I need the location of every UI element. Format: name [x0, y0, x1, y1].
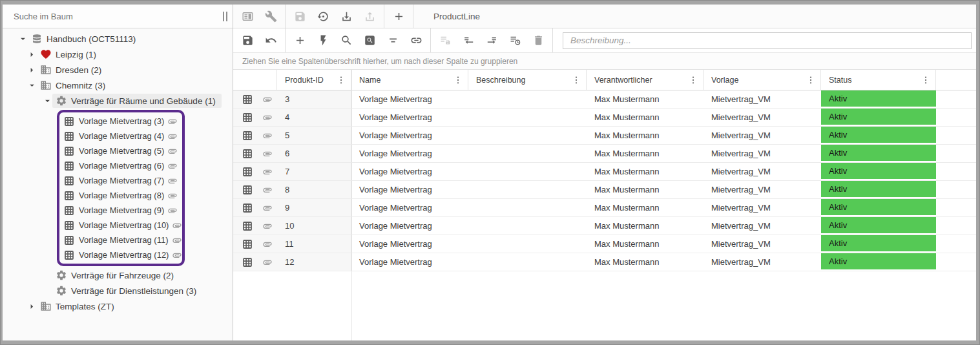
pane-splitter-handle[interactable]	[223, 12, 227, 21]
tree-item-vorlage[interactable]: Vorlage Mietvertrag (4)	[59, 129, 182, 143]
table-grid-icon	[63, 205, 75, 216]
attachment-icon[interactable]	[262, 257, 273, 267]
table-grid-icon[interactable]	[242, 148, 253, 160]
status-badge: Aktiv	[821, 145, 936, 162]
tree-item-vorlage[interactable]: Vorlage Mietvertrag (11)	[59, 233, 182, 247]
indent-icon[interactable]	[480, 31, 503, 50]
tree-item-vorlage[interactable]: Vorlage Mietvertrag (12)	[59, 247, 182, 262]
download-icon[interactable]	[335, 6, 358, 26]
table-row[interactable]: 9 Vorlage Mietvertrag Max Mustermann Mie…	[233, 199, 976, 217]
list-history-icon[interactable]	[503, 31, 526, 50]
table-grid-icon[interactable]	[242, 256, 253, 268]
table-grid-icon[interactable]	[242, 112, 253, 123]
tree-item[interactable]: Dresden (2)	[3, 62, 233, 78]
flash-icon[interactable]	[311, 31, 335, 50]
undo-icon[interactable]	[259, 31, 282, 50]
column-menu-icon[interactable]	[453, 75, 463, 85]
table-row[interactable]: 3 Vorlage Mietvertrag Max Mustermann Mie…	[233, 90, 976, 109]
tree-item-vorlage[interactable]: Vorlage Mietvertrag (6)	[59, 158, 182, 173]
filter-icon[interactable]	[381, 31, 404, 50]
column-header[interactable]: Produkt-ID	[277, 70, 351, 90]
tree-item-vorlage[interactable]: Vorlage Mietvertrag (5)	[59, 143, 182, 158]
grid-toolbar	[233, 28, 976, 53]
tree-item-vorlage[interactable]: Vorlage Mietvertrag (3)	[59, 114, 182, 129]
table-grid-icon[interactable]	[242, 166, 253, 178]
link-icon[interactable]	[404, 31, 428, 50]
tree-item[interactable]: Verträge für Räume und Gebäude (1)	[3, 93, 233, 109]
caret-down-icon[interactable]	[43, 96, 52, 106]
tree-item-vorlage[interactable]: Vorlage Mietvertrag (8)	[59, 188, 182, 203]
attachment-icon[interactable]	[262, 149, 273, 159]
table-row[interactable]: 6 Vorlage Mietvertrag Max Mustermann Mie…	[233, 145, 976, 163]
plus-icon[interactable]	[387, 6, 410, 26]
cell-produkt-id: 10	[277, 217, 351, 235]
table-row[interactable]: 4 Vorlage Mietvertrag Max Mustermann Mie…	[233, 109, 976, 127]
tree-item[interactable]: Verträge für Dienstleistungen (3)	[3, 283, 233, 298]
column-header[interactable]: Verantwortlicher	[587, 70, 704, 90]
tree-item[interactable]: Verträge für Fahrzeuge (2)	[3, 267, 233, 283]
plus-icon[interactable]	[288, 31, 311, 50]
caret-right-icon[interactable]	[27, 50, 37, 59]
table-row[interactable]: 5 Vorlage Mietvertrag Max Mustermann Mie…	[233, 127, 976, 145]
tree-item-vorlage[interactable]: Vorlage Mietvertrag (9)	[59, 203, 182, 218]
attachment-icon[interactable]	[262, 203, 273, 213]
tab-productline[interactable]: ProductLine	[422, 5, 492, 28]
tree-caret[interactable]	[43, 271, 52, 280]
table-grid-icon[interactable]	[242, 202, 253, 214]
search-icon[interactable]	[335, 31, 358, 50]
caret-right-icon[interactable]	[27, 302, 37, 311]
tree-lower-items: Verträge für Fahrzeuge (2) Verträge für …	[3, 267, 233, 314]
cell-beschreibung	[468, 90, 587, 108]
search-box-icon[interactable]	[358, 31, 381, 50]
tree-item[interactable]: Templates (ZT)	[3, 298, 233, 314]
tree-item[interactable]: Leipzig (1)	[3, 47, 233, 62]
table-row[interactable]: 8 Vorlage Mietvertrag Max Mustermann Mie…	[233, 181, 976, 199]
column-menu-icon[interactable]	[688, 75, 698, 85]
column-menu-icon[interactable]	[806, 75, 816, 85]
tree-search-input[interactable]	[3, 12, 233, 21]
tree-item-vorlage[interactable]: Vorlage Mietvertrag (10)	[59, 218, 182, 233]
column-header[interactable]: Status	[821, 70, 936, 90]
attachment-icon[interactable]	[262, 94, 273, 105]
caret-down-icon[interactable]	[18, 34, 28, 44]
attachment-icon[interactable]	[262, 131, 273, 141]
trash-icon[interactable]	[526, 31, 550, 50]
attachment-icon[interactable]	[262, 239, 273, 249]
table-grid-icon[interactable]	[242, 220, 253, 232]
table-row[interactable]: 7 Vorlage Mietvertrag Max Mustermann Mie…	[233, 163, 976, 181]
group-by-bar[interactable]: Ziehen Sie eine Spaltenüberschrift hierh…	[233, 53, 976, 70]
cell-beschreibung	[468, 145, 587, 162]
table-row[interactable]: 12 Vorlage Mietvertrag Max Mustermann Mi…	[233, 253, 976, 271]
column-menu-icon[interactable]	[921, 75, 931, 85]
caret-down-icon[interactable]	[27, 81, 37, 90]
table-grid-icon[interactable]	[242, 238, 253, 250]
tree-item[interactable]: Handbuch (OCT51113)	[3, 31, 233, 47]
attachment-icon[interactable]	[262, 167, 273, 177]
tree-item-vorlage[interactable]: Vorlage Mietvertrag (7)	[59, 173, 182, 188]
master-detail-icon[interactable]	[236, 6, 259, 26]
save-icon[interactable]	[236, 31, 259, 50]
column-menu-icon[interactable]	[571, 75, 581, 85]
attachment-icon[interactable]	[262, 221, 273, 231]
column-header[interactable]: Beschreibung	[468, 70, 587, 90]
column-header[interactable]: Name	[351, 70, 468, 90]
column-menu-icon[interactable]	[336, 75, 346, 85]
table-row[interactable]: 10 Vorlage Mietvertrag Max Mustermann Mi…	[233, 217, 976, 235]
tree-caret[interactable]	[43, 286, 52, 296]
attachment-icon[interactable]	[262, 112, 273, 123]
status-badge: Aktiv	[821, 127, 936, 144]
column-header[interactable]: Vorlage	[704, 70, 821, 90]
attachment-icon[interactable]	[262, 185, 273, 195]
table-row[interactable]: 11 Vorlage Mietvertrag Max Mustermann Mi…	[233, 235, 976, 253]
tree-item[interactable]: Chemnitz (3)	[3, 78, 233, 93]
table-grid-icon[interactable]	[242, 94, 253, 105]
outdent-icon[interactable]	[457, 31, 480, 50]
caret-right-icon[interactable]	[27, 65, 37, 75]
restore-icon[interactable]	[311, 6, 335, 26]
cell-produkt-id: 4	[277, 109, 351, 126]
table-grid-icon[interactable]	[242, 130, 253, 141]
cell-verantwortlicher: Max Mustermann	[587, 109, 704, 126]
table-grid-icon[interactable]	[242, 184, 253, 196]
wrench-icon[interactable]	[259, 6, 282, 26]
beschreibung-filter-input[interactable]	[563, 32, 972, 49]
